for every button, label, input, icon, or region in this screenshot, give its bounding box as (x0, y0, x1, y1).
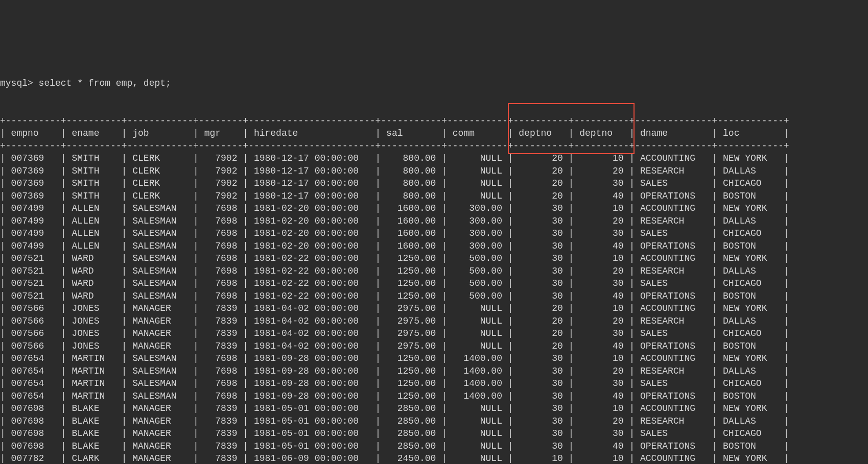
mysql-terminal: mysql> select * from emp, dept; +-------… (0, 52, 868, 464)
table-output: +----------+----------+------------+----… (0, 115, 868, 465)
sql-prompt-line: mysql> select * from emp, dept; (0, 77, 868, 90)
